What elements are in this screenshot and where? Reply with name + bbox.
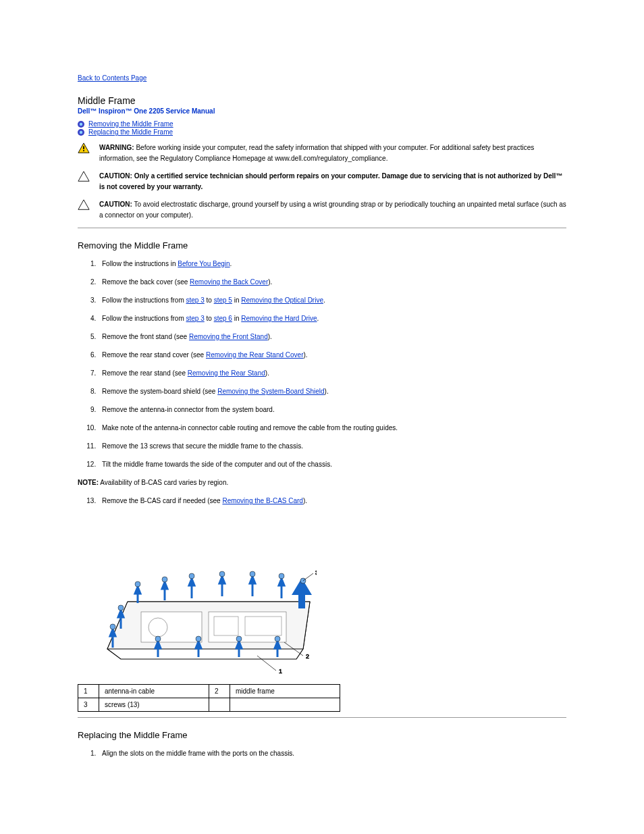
svg-marker-33 xyxy=(110,629,115,636)
toc-link-replace[interactable]: Replacing the Middle Frame xyxy=(88,128,173,136)
list-item: Make note of the antenna-in connector ca… xyxy=(98,423,566,433)
svg-point-3 xyxy=(80,130,82,133)
part-num: 1 xyxy=(78,685,99,698)
step-link[interactable]: Removing the Optical Drive xyxy=(241,296,323,304)
chassis-diagram: 1 2 3 xyxy=(101,514,566,677)
svg-marker-23 xyxy=(219,577,225,583)
step-link[interactable]: Removing the Rear Stand xyxy=(188,369,265,377)
svg-text:1: 1 xyxy=(279,668,282,675)
svg-point-52 xyxy=(155,636,161,642)
svg-point-43 xyxy=(135,581,140,587)
section-heading-replace: Replacing the Middle Frame xyxy=(78,730,566,740)
page-title: Middle Frame xyxy=(78,95,566,106)
caution-notice: CAUTION: Only a certified service techni… xyxy=(78,171,566,192)
remove-steps-cont: Remove the B-CAS card if needed (see Rem… xyxy=(78,496,566,506)
list-item: Remove the rear stand (see Removing the … xyxy=(98,368,566,378)
list-item: Follow the instructions in Before You Be… xyxy=(98,259,566,269)
warning-text: Before working inside your computer, rea… xyxy=(99,144,534,162)
caution-icon xyxy=(78,199,90,211)
svg-point-45 xyxy=(189,573,194,579)
svg-point-55 xyxy=(275,636,280,642)
step-link[interactable]: step 3 xyxy=(186,296,205,304)
step-link[interactable]: Removing the System-Board Shield xyxy=(217,388,324,395)
section-heading-remove: Removing the Middle Frame xyxy=(78,240,566,251)
svg-point-48 xyxy=(279,573,284,579)
step-link[interactable]: Removing the Hard Drive xyxy=(241,315,317,322)
svg-point-50 xyxy=(118,605,124,610)
step-link[interactable]: Before You Begin xyxy=(178,260,230,267)
list-item: Remove the rear stand cover (see Removin… xyxy=(98,350,566,360)
part-label: middle frame xyxy=(230,685,340,698)
step-link[interactable]: step 5 xyxy=(214,296,232,304)
list-item: Follow the instructions from step 3 to s… xyxy=(98,313,566,323)
part-num xyxy=(209,698,230,712)
svg-point-53 xyxy=(196,636,201,642)
svg-point-47 xyxy=(250,571,255,577)
list-item: Remove the antenna-in connector from the… xyxy=(98,405,566,415)
caution-lead: CAUTION: xyxy=(99,172,132,180)
step-link[interactable]: step 3 xyxy=(186,315,205,322)
toc: Removing the Middle Frame Replacing the … xyxy=(78,120,566,136)
step-link[interactable]: Removing the Front Stand xyxy=(189,333,268,340)
part-num: 3 xyxy=(78,698,99,712)
svg-marker-21 xyxy=(189,579,194,585)
warning-lead: WARNING: xyxy=(99,144,134,151)
svg-marker-27 xyxy=(279,579,284,585)
part-label xyxy=(230,698,340,712)
list-item: Remove the back cover (see Removing the … xyxy=(98,277,566,287)
caution-text: To avoid electrostatic discharge, ground… xyxy=(99,201,566,219)
bullet-icon xyxy=(78,129,84,136)
list-item: Remove the system-board shield (see Remo… xyxy=(98,386,566,396)
svg-rect-5 xyxy=(83,146,84,149)
back-to-contents-link[interactable]: Back to Contents Page xyxy=(78,74,146,82)
svg-line-60 xyxy=(303,573,313,581)
list-item: Remove the B-CAS card if needed (see Rem… xyxy=(98,496,566,506)
step-link[interactable]: Removing the Back Cover xyxy=(190,278,268,286)
list-item: Remove the 13 screws that secure the mid… xyxy=(98,441,566,451)
svg-marker-19 xyxy=(162,582,167,589)
divider xyxy=(78,717,566,718)
step-link[interactable]: Removing the Rear Stand Cover xyxy=(206,351,304,359)
caution-notice: CAUTION: To avoid electrostatic discharg… xyxy=(78,199,566,221)
list-item: Align the slots on the middle frame with… xyxy=(98,748,566,758)
svg-marker-7 xyxy=(78,172,89,181)
caution-lead: CAUTION: xyxy=(99,201,132,208)
warning-icon xyxy=(78,142,90,155)
note-inline: NOTE: Availability of B-CAS card varies … xyxy=(78,479,566,486)
step-link[interactable]: Removing the B-CAS Card xyxy=(222,497,303,504)
svg-marker-25 xyxy=(250,577,255,583)
list-item: Tilt the middle frame towards the side o… xyxy=(98,459,566,469)
divider xyxy=(78,228,566,228)
svg-point-51 xyxy=(110,624,115,629)
remove-steps: Follow the instructions in Before You Be… xyxy=(78,259,566,469)
svg-point-54 xyxy=(236,636,242,642)
table-row: 1 antenna-in cable 2 middle frame xyxy=(78,685,340,698)
svg-marker-8 xyxy=(78,200,89,209)
svg-rect-11 xyxy=(141,612,202,642)
table-row: 3 screws (13) xyxy=(78,698,340,712)
part-label: screws (13) xyxy=(99,698,209,712)
svg-rect-6 xyxy=(83,150,84,151)
caution-icon xyxy=(78,171,90,183)
toc-link-remove[interactable]: Removing the Middle Frame xyxy=(88,120,173,128)
part-num: 2 xyxy=(209,685,230,698)
svg-point-1 xyxy=(80,122,82,125)
svg-text:3: 3 xyxy=(315,569,317,576)
svg-marker-31 xyxy=(118,610,124,617)
list-item: Remove the front stand (see Removing the… xyxy=(98,332,566,342)
replace-steps: Align the slots on the middle frame with… xyxy=(78,748,566,758)
bullet-icon xyxy=(78,121,84,128)
svg-text:2: 2 xyxy=(306,653,309,660)
warning-notice: WARNING: Before working inside your comp… xyxy=(78,142,566,164)
parts-table: 1 antenna-in cable 2 middle frame 3 scre… xyxy=(78,684,340,712)
part-label: antenna-in cable xyxy=(99,685,209,698)
svg-point-46 xyxy=(219,571,225,577)
caution-text: Only a certified service technician shou… xyxy=(99,172,562,190)
svg-point-44 xyxy=(162,577,167,582)
step-link[interactable]: step 6 xyxy=(214,315,232,322)
svg-marker-17 xyxy=(135,587,140,594)
manual-subtitle: Dell™ Inspiron™ One 2205 Service Manual xyxy=(78,107,566,115)
list-item: Follow the instructions from step 3 to s… xyxy=(98,295,566,305)
